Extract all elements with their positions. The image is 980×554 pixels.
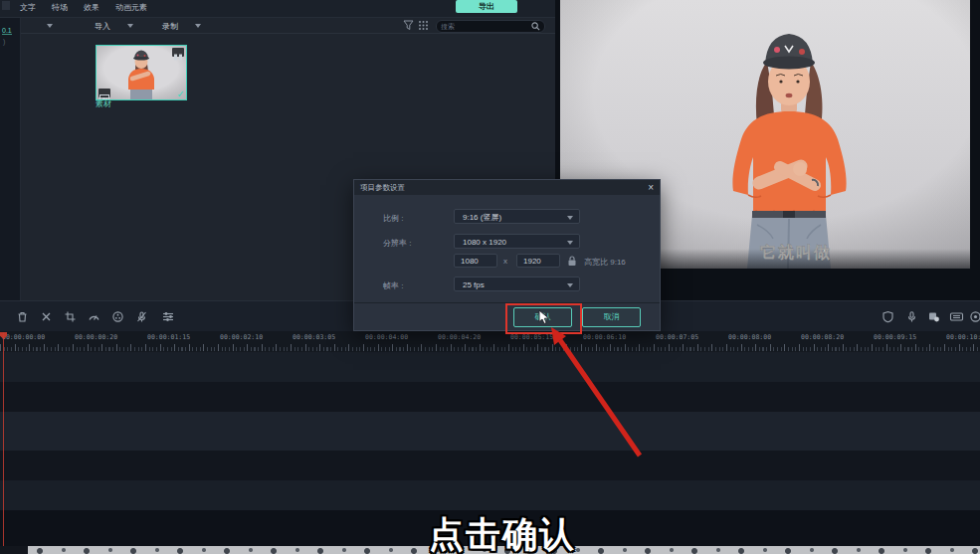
close-icon[interactable]: × (648, 182, 654, 193)
width-input[interactable]: 1080 (454, 254, 497, 268)
height-input[interactable]: 1920 (516, 254, 560, 268)
ruler-timestamp: 00:00:10:10 (946, 333, 980, 341)
timeline-track[interactable] (0, 451, 980, 480)
playhead-line[interactable] (3, 332, 4, 546)
ruler-timestamp: 00:00:04:20 (438, 333, 481, 341)
timeline-ruler[interactable]: 00:00:00:0000:00:00:2000:00:01:1500:00:0… (0, 331, 980, 352)
crop-icon[interactable] (64, 310, 77, 323)
menu-item[interactable]: 效果 (84, 2, 99, 13)
speed-icon[interactable] (88, 310, 100, 323)
filter-icon[interactable] (403, 20, 414, 31)
timeline-track[interactable] (0, 480, 980, 510)
ruler-timestamp: 00:00:02:10 (220, 333, 263, 341)
filmora-app-window: 文字特场效果动画元素 导出 0.1 ) 导入 录制 (0, 0, 980, 554)
ruler-timestamp: 00:00:09:15 (874, 333, 916, 341)
ruler-timestamp: 00:00:07:05 (656, 333, 698, 341)
search-box[interactable] (436, 20, 545, 33)
search-icon[interactable] (531, 22, 540, 31)
dialog-title: 项目参数设置 (360, 183, 405, 193)
mixer-icon[interactable] (949, 310, 964, 323)
menu-item[interactable]: 文字 (20, 2, 36, 13)
ruler-timestamp: 00:00:03:05 (293, 333, 335, 341)
mask-icon[interactable] (882, 310, 894, 323)
ruler-timestamp: 00:00:00:20 (75, 333, 117, 341)
chevron-down-icon (567, 241, 573, 245)
ruler-timestamp: 00:00:05:15 (510, 333, 553, 341)
adjust-icon[interactable] (161, 310, 175, 323)
record-button[interactable]: 录制 (162, 21, 178, 32)
resolution-value: 1080 x 1920 (463, 238, 506, 247)
ruler-timestamp: 00:00:01:15 (147, 333, 190, 341)
ratio-label: 比例 : (383, 213, 403, 224)
framerate-value: 25 fps (463, 280, 485, 289)
denoise-icon[interactable] (135, 310, 148, 323)
menu-partial-icon (2, 1, 10, 10)
chevron-down-icon (567, 283, 573, 287)
clip-ratio-badge-icon (172, 48, 184, 57)
chevron-down-icon (567, 216, 573, 220)
tutorial-caption: 点击确认 (429, 511, 576, 554)
ratio-value: 9:16 (竖屏) (463, 213, 501, 222)
mouse-cursor-icon (538, 309, 551, 325)
collapse-chevron-icon[interactable] (47, 24, 53, 28)
export-button[interactable]: 导出 (456, 0, 517, 13)
ruler-timestamp: 00:00:08:00 (728, 333, 771, 341)
library-rail: 0.1 ) (0, 18, 21, 300)
ruler-timestamp: 00:00:04:00 (365, 333, 408, 341)
voiceover-mic-icon[interactable] (905, 310, 918, 323)
resolution-dropdown[interactable]: 1080 x 1920 (454, 234, 580, 249)
lock-icon[interactable] (567, 256, 577, 267)
timeline-track[interactable] (0, 382, 980, 412)
ratio-dropdown[interactable]: 9:16 (竖屏) (454, 209, 580, 224)
ruler-timestamp: 00:00:00:00 (2, 333, 45, 341)
import-chevron-icon[interactable] (127, 24, 133, 28)
split-icon[interactable] (40, 310, 53, 323)
timeline-track[interactable] (0, 352, 980, 382)
clip-name-label: 素材 (96, 98, 111, 109)
dialog-titlebar[interactable]: 项目参数设置 × (354, 180, 660, 195)
aspect-ratio-note: 高宽比 9:16 (584, 257, 626, 268)
ruler-timestamp: 00:00:08:20 (801, 333, 844, 341)
render-preview-icon[interactable] (927, 310, 940, 323)
ruler-timestamp: 00:00:06:10 (583, 333, 626, 341)
record-chevron-icon[interactable] (195, 24, 201, 28)
video-subtitle: 它就叫做 (760, 244, 832, 262)
framerate-dropdown[interactable]: 25 fps (454, 277, 580, 291)
timeline-track[interactable] (0, 412, 980, 451)
menu-item[interactable]: 动画元素 (115, 2, 147, 13)
record-icon[interactable] (969, 310, 980, 323)
framerate-label: 帧率 : (383, 280, 403, 291)
color-icon[interactable] (111, 310, 124, 323)
rail-fragment: ) (3, 38, 5, 45)
cancel-button[interactable]: 取消 (582, 307, 641, 327)
project-settings-dialog: 项目参数设置 × 比例 : 9:16 (竖屏) 分辨率 : 1080 x 192… (353, 179, 661, 331)
clip-selected-check-icon: ✓ (177, 89, 185, 99)
dimension-separator: x (503, 257, 507, 266)
import-button[interactable]: 导入 (95, 21, 110, 32)
grid-view-icon[interactable] (418, 20, 429, 31)
menu-bar-items: 文字特场效果动画元素 (20, 2, 147, 13)
project-name-fragment: 0.1 (2, 27, 12, 35)
media-clip-thumbnail[interactable]: ✓ (96, 45, 187, 100)
media-toolbar: 导入 录制 (21, 18, 555, 34)
ruler-major-ticks (0, 344, 980, 351)
resolution-label: 分辨率 : (383, 238, 411, 249)
menu-item[interactable]: 特场 (52, 2, 68, 13)
clip-media-badge-icon (98, 89, 110, 97)
search-input[interactable] (437, 23, 531, 30)
delete-icon[interactable] (16, 310, 29, 323)
